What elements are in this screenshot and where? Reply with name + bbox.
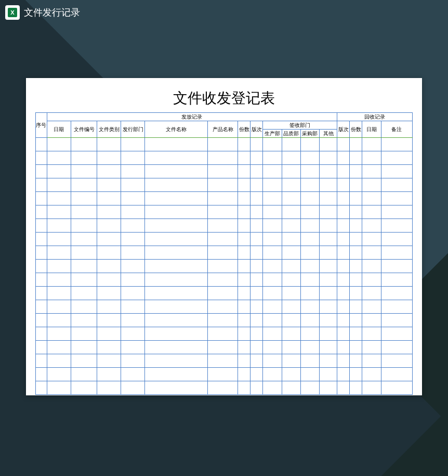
table-cell bbox=[362, 233, 381, 246]
table-cell bbox=[381, 260, 413, 273]
table-cell bbox=[337, 300, 349, 314]
table-cell bbox=[337, 327, 349, 341]
table-cell bbox=[71, 192, 97, 205]
table-cell bbox=[47, 354, 71, 368]
table-cell bbox=[282, 300, 300, 314]
header-row-1: 序号 发放记录 回收记录 bbox=[36, 113, 413, 121]
table-cell bbox=[145, 192, 208, 205]
table-cell bbox=[350, 165, 362, 178]
table-cell bbox=[238, 151, 251, 165]
table-cell bbox=[145, 260, 208, 273]
header-row-2: 日期 文件编号 文件类别 发行部门 文件名称 产品名称 份数 版次 签收部门 版… bbox=[36, 121, 413, 130]
table-row bbox=[36, 300, 413, 314]
table-cell bbox=[208, 368, 238, 381]
table-cell bbox=[300, 178, 319, 192]
table-cell bbox=[337, 260, 349, 273]
table-cell bbox=[320, 219, 337, 233]
section-issue: 发放记录 bbox=[47, 113, 337, 121]
table-cell bbox=[337, 165, 349, 178]
table-cell bbox=[300, 314, 319, 327]
table-body bbox=[36, 138, 413, 395]
table-cell bbox=[47, 233, 71, 246]
table-cell bbox=[251, 138, 263, 151]
table-cell bbox=[320, 354, 337, 368]
table-cell bbox=[251, 327, 263, 341]
table-cell bbox=[381, 341, 413, 354]
table-cell bbox=[350, 178, 362, 192]
table-cell bbox=[320, 341, 337, 354]
table-cell bbox=[36, 151, 47, 165]
table-cell bbox=[282, 273, 300, 287]
table-cell bbox=[47, 287, 71, 300]
table-cell bbox=[251, 368, 263, 381]
table-cell bbox=[337, 381, 349, 395]
table-cell bbox=[47, 178, 71, 192]
table-cell bbox=[208, 151, 238, 165]
table-cell bbox=[238, 368, 251, 381]
table-cell bbox=[47, 327, 71, 341]
table-cell bbox=[381, 219, 413, 233]
col-copies: 份数 bbox=[238, 121, 251, 138]
table-cell bbox=[238, 219, 251, 233]
section-signoff: 签收部门 bbox=[263, 121, 337, 130]
col-remark: 备注 bbox=[381, 121, 413, 138]
table-cell bbox=[300, 233, 319, 246]
table-row bbox=[36, 178, 413, 192]
table-cell bbox=[238, 205, 251, 219]
table-cell bbox=[97, 327, 121, 341]
table-cell bbox=[208, 327, 238, 341]
table-cell bbox=[362, 138, 381, 151]
table-cell bbox=[208, 205, 238, 219]
table-cell bbox=[263, 178, 282, 192]
table-cell bbox=[36, 138, 47, 151]
table-cell bbox=[145, 205, 208, 219]
table-cell bbox=[320, 192, 337, 205]
table-cell bbox=[121, 219, 145, 233]
table-cell bbox=[320, 205, 337, 219]
table-cell bbox=[97, 300, 121, 314]
table-cell bbox=[208, 246, 238, 260]
table-cell bbox=[36, 314, 47, 327]
col-version: 版次 bbox=[251, 121, 263, 138]
table-cell bbox=[71, 287, 97, 300]
table-cell bbox=[97, 381, 121, 395]
table-cell bbox=[362, 354, 381, 368]
table-cell bbox=[251, 233, 263, 246]
table-cell bbox=[71, 314, 97, 327]
table-cell bbox=[350, 327, 362, 341]
table-cell bbox=[381, 273, 413, 287]
table-cell bbox=[263, 138, 282, 151]
table-cell bbox=[238, 233, 251, 246]
table-cell bbox=[337, 219, 349, 233]
table-cell bbox=[36, 192, 47, 205]
col-dept-other: 其他 bbox=[320, 130, 337, 138]
table-cell bbox=[320, 246, 337, 260]
table-cell bbox=[47, 205, 71, 219]
table-row bbox=[36, 260, 413, 273]
table-cell bbox=[36, 233, 47, 246]
table-cell bbox=[263, 368, 282, 381]
table-cell bbox=[71, 341, 97, 354]
table-cell bbox=[36, 219, 47, 233]
table-cell bbox=[337, 273, 349, 287]
table-cell bbox=[145, 233, 208, 246]
table-cell bbox=[381, 151, 413, 165]
table-cell bbox=[251, 300, 263, 314]
table-cell bbox=[47, 192, 71, 205]
document-title: 文件收发登记表 bbox=[35, 88, 413, 108]
table-cell bbox=[47, 300, 71, 314]
document-preview: 文件收发登记表 序号 发放记录 回收记录 日期 文件编号 文件类别 发行部门 文… bbox=[26, 78, 422, 395]
table-cell bbox=[71, 381, 97, 395]
table-cell bbox=[47, 219, 71, 233]
table-cell bbox=[362, 260, 381, 273]
table-row bbox=[36, 165, 413, 178]
table-cell bbox=[145, 381, 208, 395]
table-cell bbox=[300, 300, 319, 314]
record-table: 序号 发放记录 回收记录 日期 文件编号 文件类别 发行部门 文件名称 产品名称… bbox=[35, 112, 413, 395]
table-cell bbox=[362, 381, 381, 395]
table-cell bbox=[71, 151, 97, 165]
col-dept-prod: 生产部 bbox=[263, 130, 282, 138]
table-cell bbox=[350, 205, 362, 219]
table-cell bbox=[350, 273, 362, 287]
table-cell bbox=[362, 151, 381, 165]
